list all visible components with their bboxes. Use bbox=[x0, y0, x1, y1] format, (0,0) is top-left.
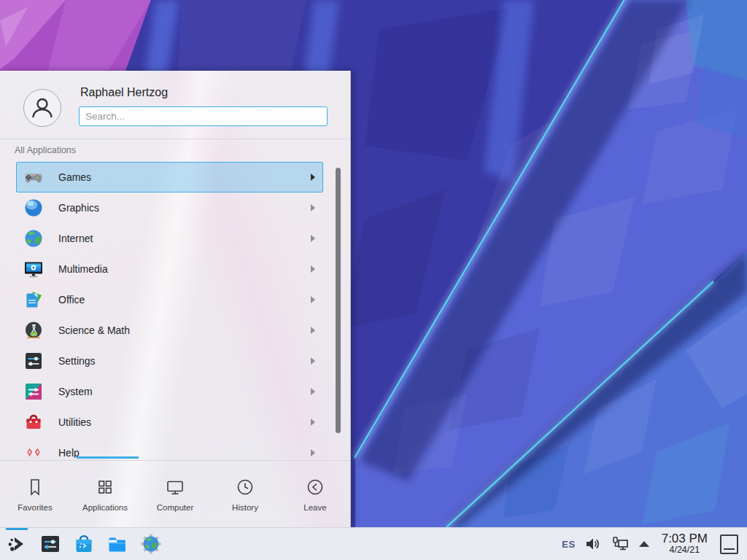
active-tab-indicator bbox=[77, 456, 139, 459]
menu-item-graphics[interactable]: Graphics bbox=[16, 192, 323, 223]
discover-bag-icon bbox=[73, 533, 95, 555]
sliders-icon bbox=[23, 351, 44, 371]
tab-label: Computer bbox=[157, 503, 194, 512]
menu-item-label: Games bbox=[58, 171, 91, 183]
submenu-arrow-icon bbox=[311, 327, 315, 334]
menu-item-settings[interactable]: Settings bbox=[16, 346, 323, 376]
menu-item-label: Office bbox=[58, 294, 85, 306]
tab-favorites[interactable]: Favorites bbox=[0, 461, 70, 527]
menu-item-label: Science & Math bbox=[58, 324, 130, 336]
menu-item-utilities[interactable]: Utilities bbox=[16, 407, 323, 438]
launcher-tab-bar: Favorites Applications Computer History … bbox=[0, 461, 350, 527]
submenu-arrow-icon bbox=[311, 265, 315, 273]
document-icon bbox=[23, 289, 44, 310]
taskbar-launchers bbox=[0, 533, 162, 555]
application-category-list: Games Graphics Internet bbox=[0, 162, 350, 458]
search-input[interactable] bbox=[79, 106, 328, 126]
menu-item-science-math[interactable]: Science & Math bbox=[16, 315, 323, 346]
tab-label: Leave bbox=[303, 503, 326, 512]
menu-item-label: System bbox=[58, 386, 93, 397]
menu-item-multimedia[interactable]: Multimedia bbox=[16, 254, 323, 284]
section-label: All Applications bbox=[15, 145, 76, 155]
discover-button[interactable] bbox=[73, 533, 95, 555]
tab-leave[interactable]: Leave bbox=[280, 461, 350, 527]
header-divider bbox=[0, 139, 350, 139]
menu-item-help[interactable]: Help bbox=[16, 438, 323, 458]
tab-computer[interactable]: Computer bbox=[140, 461, 210, 527]
launcher-header: Raphael Hertzog bbox=[0, 71, 350, 139]
system-settings-button[interactable] bbox=[39, 533, 61, 555]
keyboard-layout-indicator[interactable]: ES bbox=[562, 539, 575, 550]
submenu-arrow-icon bbox=[311, 296, 315, 303]
volume-icon[interactable] bbox=[585, 536, 602, 552]
taskbar-panel: ES 7:03 PM 4/24/21 bbox=[0, 527, 747, 560]
help-icon bbox=[23, 443, 44, 458]
folder-icon bbox=[107, 533, 128, 555]
bookmark-icon bbox=[24, 476, 46, 498]
system-tray: ES 7:03 PM 4/24/21 bbox=[562, 532, 747, 556]
list-scrollbar[interactable] bbox=[336, 168, 341, 433]
application-launcher-button[interactable] bbox=[6, 533, 28, 555]
application-launcher-panel: Raphael Hertzog All Applications Games G… bbox=[0, 71, 351, 527]
show-desktop-button[interactable] bbox=[720, 534, 738, 554]
menu-item-games[interactable]: Games bbox=[16, 162, 323, 192]
submenu-arrow-icon bbox=[311, 204, 315, 211]
menu-item-internet[interactable]: Internet bbox=[16, 223, 323, 254]
toolbox-icon bbox=[23, 412, 44, 432]
desktop: Raphael Hertzog All Applications Games G… bbox=[0, 0, 747, 560]
digital-clock[interactable]: 7:03 PM 4/24/21 bbox=[662, 532, 708, 556]
leave-icon bbox=[304, 476, 326, 498]
menu-item-label: Utilities bbox=[58, 416, 91, 428]
menu-item-system[interactable]: System bbox=[16, 376, 323, 407]
file-manager-button[interactable] bbox=[107, 533, 128, 555]
tab-label: Favorites bbox=[18, 503, 52, 512]
submenu-arrow-icon bbox=[311, 357, 315, 365]
tab-history[interactable]: History bbox=[210, 461, 280, 527]
user-avatar-icon bbox=[23, 89, 61, 127]
submenu-arrow-icon bbox=[311, 174, 315, 181]
user-name: Raphael Hertzog bbox=[80, 86, 168, 99]
gamepad-icon bbox=[23, 167, 44, 187]
globe-icon bbox=[23, 228, 44, 249]
clock-time: 7:03 PM bbox=[662, 532, 708, 546]
tab-applications[interactable]: Applications bbox=[70, 461, 140, 527]
menu-item-label: Multimedia bbox=[58, 263, 108, 275]
sphere-icon bbox=[23, 198, 44, 218]
computer-icon bbox=[164, 476, 186, 498]
grid-icon bbox=[94, 476, 116, 498]
menu-item-label: Settings bbox=[58, 355, 96, 367]
system-sliders-icon bbox=[23, 381, 44, 402]
clock-date: 4/24/21 bbox=[669, 545, 700, 556]
expand-tray-caret-icon[interactable] bbox=[639, 541, 649, 547]
submenu-arrow-icon bbox=[311, 449, 315, 456]
web-browser-button[interactable] bbox=[140, 533, 162, 555]
tab-label: History bbox=[232, 503, 258, 512]
submenu-arrow-icon bbox=[311, 388, 315, 395]
submenu-arrow-icon bbox=[311, 419, 315, 426]
flask-icon bbox=[23, 320, 44, 341]
settings-app-icon bbox=[39, 533, 61, 555]
menu-item-label: Graphics bbox=[58, 202, 99, 214]
menu-item-office[interactable]: Office bbox=[16, 284, 323, 315]
globe-gear-icon bbox=[140, 533, 162, 555]
network-icon[interactable] bbox=[611, 536, 630, 552]
submenu-arrow-icon bbox=[311, 235, 315, 242]
monitor-play-icon bbox=[23, 259, 44, 279]
tab-label: Applications bbox=[82, 503, 128, 512]
clock-icon bbox=[234, 476, 256, 498]
menu-item-label: Internet bbox=[58, 233, 93, 244]
kickoff-icon bbox=[6, 533, 28, 555]
